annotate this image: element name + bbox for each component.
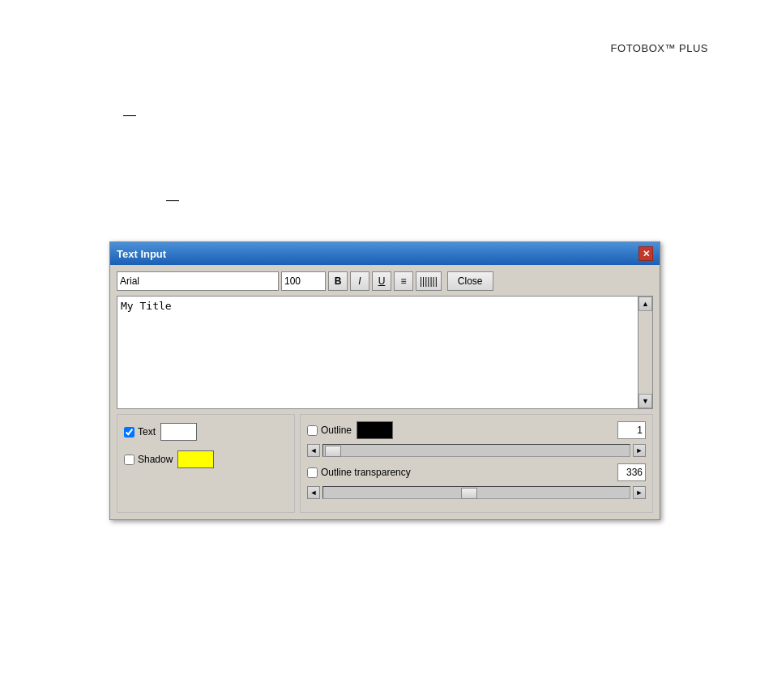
scroll-track [638, 311, 652, 394]
transparency-slider-right-arrow[interactable]: ► [633, 486, 646, 499]
text-checkbox[interactable] [124, 427, 135, 438]
text-input-dialog: Text Input ✕ B I U ≡ ||||||| Close My Ti… [109, 241, 660, 520]
shadow-checkbox[interactable] [124, 455, 135, 465]
text-area-wrapper: My Title ▲ ▼ [117, 296, 653, 409]
toolbar: B I U ≡ ||||||| Close [117, 271, 653, 291]
outline-slider-left-arrow[interactable]: ◄ [307, 444, 320, 457]
transparency-slider-track[interactable] [322, 486, 630, 499]
outline-transparency-value-input[interactable] [617, 463, 646, 481]
shadow-color-swatch[interactable] [177, 450, 214, 468]
outline-transparency-checkbox[interactable] [307, 467, 318, 478]
shadow-option-row: Shadow [124, 450, 288, 468]
outline-row: Outline [307, 421, 646, 439]
font-select[interactable] [117, 271, 279, 291]
text-area[interactable]: My Title [117, 297, 638, 408]
decorator-dash-2: — [166, 193, 179, 207]
dialog-title: Text Input [117, 248, 166, 260]
outline-slider-row: ◄ ► [307, 444, 646, 457]
scroll-down-button[interactable]: ▼ [638, 394, 652, 408]
bottom-panels: Text Shadow Out [117, 414, 653, 513]
outline-slider-right-arrow[interactable]: ► [633, 444, 646, 457]
transparency-slider-thumb[interactable] [461, 488, 477, 499]
align-button[interactable]: ≡ [394, 271, 413, 291]
underline-button[interactable]: U [372, 271, 391, 291]
outline-slider-track[interactable] [322, 444, 630, 457]
size-input[interactable] [281, 271, 326, 291]
italic-button[interactable]: I [350, 271, 369, 291]
dialog-close-button[interactable]: ✕ [638, 246, 653, 261]
scroll-up-button[interactable]: ▲ [638, 297, 652, 311]
right-panel: Outline ◄ ► Outline [300, 414, 653, 513]
shadow-label: Shadow [138, 454, 173, 465]
text-label: Text [138, 426, 156, 438]
barcode-button[interactable]: ||||||| [416, 271, 442, 291]
transparency-slider-row: ◄ ► [307, 486, 646, 499]
shadow-checkbox-label[interactable]: Shadow [124, 454, 173, 465]
outline-color-swatch[interactable] [357, 421, 393, 439]
bold-button[interactable]: B [328, 271, 348, 291]
toolbar-close-button[interactable]: Close [447, 271, 493, 291]
text-option-row: Text [124, 423, 288, 441]
outline-value-input[interactable] [617, 421, 646, 439]
transparency-slider-left-arrow[interactable]: ◄ [307, 486, 320, 499]
decorator-dash-1: — [123, 108, 136, 122]
outline-transparency-row: Outline transparency [307, 463, 646, 481]
outline-transparency-checkbox-label[interactable]: Outline transparency [307, 467, 411, 478]
outline-transparency-label: Outline transparency [321, 467, 411, 478]
vertical-scrollbar[interactable]: ▲ ▼ [638, 297, 652, 408]
outline-checkbox[interactable] [307, 425, 318, 436]
text-checkbox-label[interactable]: Text [124, 426, 156, 438]
outline-label: Outline [321, 425, 352, 436]
left-panel: Text Shadow [117, 414, 295, 513]
outline-slider-thumb[interactable] [325, 446, 341, 457]
app-title: FOTOBOX™ PLUS [611, 42, 708, 54]
dialog-titlebar: Text Input ✕ [110, 242, 660, 265]
text-color-swatch[interactable] [160, 423, 197, 441]
dialog-body: B I U ≡ ||||||| Close My Title ▲ ▼ [110, 265, 660, 519]
outline-checkbox-label[interactable]: Outline [307, 425, 352, 436]
